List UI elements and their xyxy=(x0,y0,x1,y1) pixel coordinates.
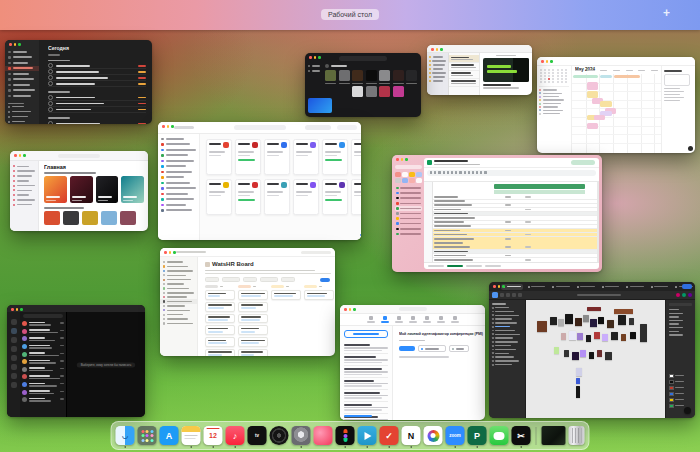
media-tile[interactable] xyxy=(352,86,363,97)
mini-day[interactable] xyxy=(548,69,550,71)
sheet-tab[interactable] xyxy=(428,265,444,268)
mini-day[interactable] xyxy=(544,81,546,83)
notes-list-item[interactable] xyxy=(449,63,479,71)
canvas-frame[interactable] xyxy=(618,315,626,324)
calendar-list-item[interactable] xyxy=(539,106,569,108)
footer-link[interactable] xyxy=(360,234,362,236)
mini-day[interactable] xyxy=(540,81,542,83)
window-telegram[interactable]: Выберите, кому хотели бы написать xyxy=(7,305,145,417)
zoom-nav-item[interactable] xyxy=(437,316,445,322)
notes-list-item[interactable] xyxy=(449,71,479,79)
task-checkbox[interactable] xyxy=(48,107,53,112)
figma-tab[interactable] xyxy=(575,284,597,290)
mini-day[interactable] xyxy=(540,78,542,80)
toolbar-buttons[interactable] xyxy=(337,125,357,130)
window-zoom-settings[interactable]: Мой личный идентификатор конференции (PM… xyxy=(340,305,485,420)
canvas-frame[interactable] xyxy=(561,333,567,340)
toolbar-icon[interactable] xyxy=(434,171,436,173)
mini-day[interactable] xyxy=(557,78,559,80)
calendar-list-item[interactable] xyxy=(539,92,569,94)
notion-card[interactable] xyxy=(205,325,235,335)
window-media-app[interactable] xyxy=(305,53,421,117)
column-status-chip[interactable] xyxy=(304,285,317,288)
media-sidebar-item[interactable] xyxy=(308,70,322,72)
sheet-tab[interactable] xyxy=(485,265,501,268)
notion-card[interactable] xyxy=(205,314,235,324)
panel-card[interactable] xyxy=(664,74,690,86)
mini-day[interactable] xyxy=(552,72,554,74)
project-card[interactable] xyxy=(235,139,261,175)
bottom-link[interactable] xyxy=(344,415,372,417)
dock-icon-telegram[interactable] xyxy=(358,426,377,445)
window-notion[interactable]: WatsHR Board xyxy=(160,248,335,356)
notes-list-item[interactable] xyxy=(449,79,479,87)
column-status-chip[interactable] xyxy=(238,285,251,288)
window-todoist[interactable]: Сегодня xyxy=(5,40,152,124)
mini-day[interactable] xyxy=(552,75,554,77)
media-sidebar-item[interactable] xyxy=(308,65,322,67)
new-button[interactable] xyxy=(320,278,330,282)
mini-day[interactable] xyxy=(552,78,554,80)
album-cover[interactable] xyxy=(63,211,79,225)
mini-day[interactable] xyxy=(544,69,546,71)
toolbar-icon[interactable] xyxy=(451,171,453,173)
canvas-frame[interactable] xyxy=(611,332,618,340)
project-card[interactable] xyxy=(206,179,232,215)
mini-day[interactable] xyxy=(540,72,542,74)
project-card[interactable] xyxy=(351,139,362,175)
task-checkbox[interactable] xyxy=(48,95,53,100)
canvas-frame[interactable] xyxy=(589,352,595,359)
notion-card[interactable] xyxy=(238,337,268,347)
figma-tab[interactable] xyxy=(624,284,646,290)
telegram-folder-icon[interactable] xyxy=(11,319,17,325)
task-checkbox[interactable] xyxy=(48,81,53,86)
arc-tab-item[interactable] xyxy=(395,231,422,236)
dock-icon-finder[interactable]: ◡ xyxy=(116,426,135,445)
toolbar-icon[interactable] xyxy=(472,171,474,173)
telegram-chat-item[interactable] xyxy=(20,373,66,381)
tool-icon[interactable] xyxy=(518,293,522,297)
column-status-chip[interactable] xyxy=(205,285,218,288)
now-playing-card[interactable] xyxy=(308,98,332,113)
toolbar-icon[interactable] xyxy=(476,171,478,173)
canvas-frame[interactable] xyxy=(580,350,586,357)
scrollbar[interactable] xyxy=(597,182,599,262)
zoom-setting-item[interactable] xyxy=(344,354,388,366)
media-tile[interactable] xyxy=(366,86,377,97)
calendar-event[interactable] xyxy=(587,91,598,98)
color-swatch[interactable] xyxy=(669,404,674,409)
dock-icon-notion[interactable]: N xyxy=(402,426,421,445)
filter-chip[interactable] xyxy=(205,277,219,282)
media-search-input[interactable] xyxy=(339,56,387,61)
zoom-nav-item[interactable] xyxy=(409,316,417,322)
toolbar-icon[interactable] xyxy=(464,171,466,173)
task-checkbox[interactable] xyxy=(48,63,53,68)
window-projects-dashboard[interactable] xyxy=(158,122,361,240)
canvas-frame[interactable] xyxy=(564,350,570,357)
mini-day[interactable] xyxy=(552,69,554,71)
canvas-frame[interactable] xyxy=(605,352,612,360)
dock-icon-calendar[interactable]: 12 xyxy=(204,426,223,445)
dock-icon-capcut[interactable]: ✂ xyxy=(512,426,531,445)
filter-chip[interactable] xyxy=(281,277,295,282)
telegram-folder-icon[interactable] xyxy=(11,373,17,379)
canvas-frame[interactable] xyxy=(590,319,597,327)
dock-minimized-window-thumbnail[interactable] xyxy=(542,426,566,445)
zoom-nav-item[interactable] xyxy=(423,316,431,322)
playlist-card[interactable] xyxy=(121,176,144,203)
arc-favorite-tile[interactable] xyxy=(409,172,415,177)
canvas-frame[interactable] xyxy=(583,315,589,322)
canvas-frame[interactable] xyxy=(576,378,580,384)
telegram-chat-item[interactable] xyxy=(20,396,66,404)
dock-icon-figma[interactable] xyxy=(336,426,355,445)
mini-day[interactable] xyxy=(565,81,567,83)
zoom-nav-item[interactable] xyxy=(367,316,375,322)
calendar-list-item[interactable] xyxy=(539,99,569,101)
mini-day[interactable] xyxy=(561,78,563,80)
filter-chip[interactable] xyxy=(222,277,240,282)
arc-favorite-tile[interactable] xyxy=(402,172,408,177)
dock-icon-todoist[interactable]: ✓ xyxy=(380,426,399,445)
project-card[interactable] xyxy=(322,179,348,215)
notion-sidebar-item[interactable] xyxy=(160,321,197,325)
playlist-card[interactable] xyxy=(96,176,119,203)
